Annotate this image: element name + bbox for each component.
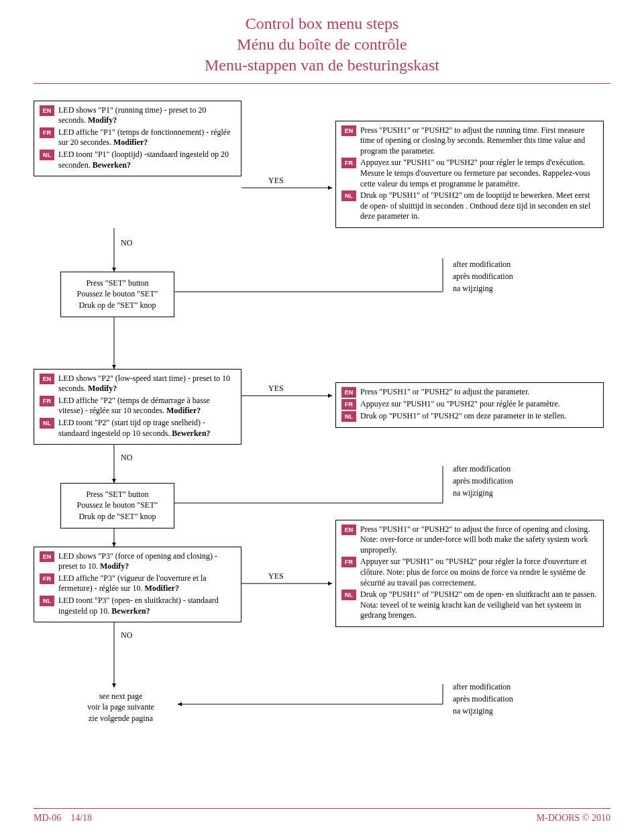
p3-q-fr: LED affiche "P3" (vigueur de l'ouverture… bbox=[58, 573, 235, 594]
p2-q-en: LED shows "P2" (low-speed start time) - … bbox=[58, 374, 235, 394]
p2-a-nl: Druk op "PUSH1" of "PUSH2" om deze param… bbox=[360, 411, 598, 422]
lang-en: EN bbox=[341, 125, 356, 136]
title-nl: Menu-stappen van de besturingskast bbox=[34, 55, 610, 76]
after-mod-en: after modification bbox=[453, 258, 513, 270]
set-en: Press "SET" button bbox=[70, 278, 164, 289]
after-mod-nl: na wijziging bbox=[453, 282, 513, 294]
after-mod-fr: après modification bbox=[453, 270, 513, 282]
lang-nl: NL bbox=[341, 190, 356, 201]
after-mod-fr: après modification bbox=[453, 475, 513, 487]
set-en: Press "SET" button bbox=[70, 489, 164, 500]
set-fr: Poussez le bouton "SET" bbox=[70, 500, 164, 511]
lang-fr: FR bbox=[341, 399, 356, 410]
p1-yes-label: YES bbox=[268, 176, 284, 186]
p2-yes-label: YES bbox=[268, 384, 284, 394]
lang-nl: NL bbox=[40, 418, 54, 429]
after-mod-3: after modification après modification na… bbox=[453, 681, 513, 717]
p3-q-en: LED shows "P3" (force of opening and clo… bbox=[58, 551, 235, 572]
p1-q-nl: LED toont "P1" (looptijd) -standaard ing… bbox=[58, 150, 235, 170]
lang-en: EN bbox=[40, 551, 54, 562]
p1-question-box: ENLED shows "P1" (running time) - preset… bbox=[34, 101, 241, 177]
p1-a-fr: Appuyez sur "PUSH1" ou "PUSH2" pour régl… bbox=[360, 158, 598, 189]
flowchart: Press "SET" button Poussez le bouton "SE… bbox=[34, 101, 610, 785]
lang-nl: NL bbox=[40, 150, 54, 160]
title-en: Control box menu steps bbox=[34, 13, 610, 34]
p3-q-nl: LED toont "P3" (open- en sluitkracht) - … bbox=[58, 596, 235, 616]
set-nl: Druk op de "SET" knop bbox=[70, 300, 164, 311]
p3-yes-label: YES bbox=[268, 571, 284, 581]
document-title: Control box menu steps Ménu du boîte de … bbox=[34, 13, 610, 76]
set-fr: Poussez le bouton "SET" bbox=[70, 288, 164, 300]
lang-fr: FR bbox=[40, 396, 54, 406]
p3-a-en: Press "PUSH1" or "PUSH2" to adjust the f… bbox=[360, 524, 598, 556]
p3-a-fr: Appuyer sur "PUSH1" ou "PUSH2" pour régl… bbox=[360, 557, 598, 588]
lang-en: EN bbox=[40, 374, 54, 384]
p3-question-box: ENLED shows "P3" (force of opening and c… bbox=[34, 547, 241, 623]
lang-fr: FR bbox=[40, 573, 54, 584]
next-page-nl: zie volgende pagina bbox=[74, 713, 168, 724]
p2-answer-box: ENPress "PUSH1" or "PUSH2" to adjust the… bbox=[335, 382, 604, 428]
after-mod-2: after modification après modification na… bbox=[453, 463, 513, 499]
footer-right: M-DOORS © 2010 bbox=[537, 813, 610, 824]
p3-a-nl: Druk op "PUSH1" of "PUSH2" om de open- e… bbox=[360, 590, 598, 621]
footer-left: MD-06 14/18 bbox=[34, 813, 92, 824]
lang-en: EN bbox=[341, 524, 356, 535]
title-divider bbox=[34, 83, 610, 84]
lang-nl: NL bbox=[341, 411, 356, 422]
next-page-fr: voir la page suivante bbox=[74, 702, 168, 713]
next-page-en: see next page bbox=[74, 691, 168, 702]
after-mod-nl: na wijziging bbox=[453, 487, 513, 499]
p2-q-nl: LED toont "P2" (start tijd op trage snel… bbox=[58, 418, 235, 439]
p1-a-nl: Druk op "PUSH1" of "PUSH2" om de looptij… bbox=[360, 190, 598, 222]
lang-nl: NL bbox=[341, 590, 356, 600]
p1-a-en: Press "PUSH1" or "PUSH2" to adjust the r… bbox=[360, 125, 598, 157]
p1-q-fr: LED affiche "P1" (temps de fonctionnemen… bbox=[58, 127, 235, 148]
step-press-set-3: Press "SET" button Poussez le bouton "SE… bbox=[60, 483, 174, 528]
lang-en: EN bbox=[341, 387, 356, 398]
page-footer: MD-06 14/18 M-DOORS © 2010 bbox=[34, 808, 610, 824]
p3-answer-box: ENPress "PUSH1" or "PUSH2" to adjust the… bbox=[335, 520, 604, 627]
p2-a-fr: Appuyez sur "PUSH1" ou "PUSH2" pour régl… bbox=[360, 399, 598, 410]
p2-no-label: NO bbox=[121, 453, 132, 463]
set-nl: Druk op de "SET" knop bbox=[70, 511, 164, 522]
p2-question-box: ENLED shows "P2" (low-speed start time) … bbox=[34, 369, 241, 445]
after-mod-en: after modification bbox=[453, 681, 513, 693]
after-mod-fr: après modification bbox=[453, 693, 513, 705]
next-page-note: see next page voir la page suivante zie … bbox=[74, 691, 168, 724]
lang-fr: FR bbox=[341, 557, 356, 567]
after-mod-en: after modification bbox=[453, 463, 513, 475]
p3-no-label: NO bbox=[121, 630, 132, 640]
after-mod-nl: na wijziging bbox=[453, 705, 513, 717]
p2-a-en: Press "PUSH1" or "PUSH2" to adjust the p… bbox=[360, 387, 598, 398]
lang-en: EN bbox=[40, 105, 54, 116]
after-mod-1: after modification après modification na… bbox=[453, 258, 513, 294]
p1-no-label: NO bbox=[121, 238, 132, 248]
title-fr: Ménu du boîte de contrôle bbox=[34, 34, 610, 55]
lang-nl: NL bbox=[40, 596, 54, 606]
p2-q-fr: LED affiche "P2" (temps de démarrage à b… bbox=[58, 396, 235, 416]
lang-fr: FR bbox=[341, 158, 356, 168]
lang-fr: FR bbox=[40, 127, 54, 138]
step-press-set-2: Press "SET" button Poussez le bouton "SE… bbox=[60, 272, 174, 317]
p1-q-en: LED shows "P1" (running time) - preset t… bbox=[58, 105, 235, 126]
p1-answer-box: ENPress "PUSH1" or "PUSH2" to adjust the… bbox=[335, 121, 604, 228]
